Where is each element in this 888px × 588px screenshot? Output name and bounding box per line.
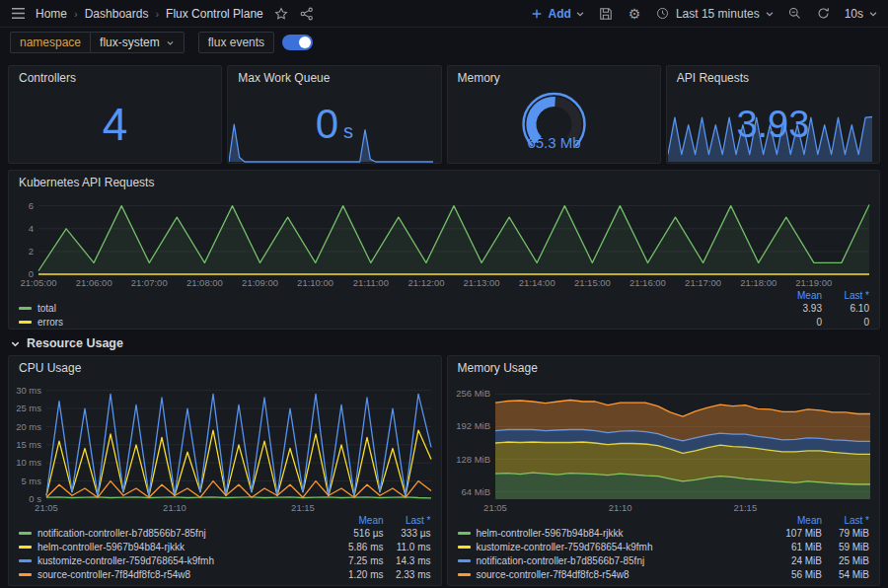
chevron-down-icon: [868, 9, 878, 19]
chevron-down-icon: [765, 9, 775, 19]
time-range-label: Last 15 minutes: [676, 7, 760, 21]
memory-usage-chart[interactable]: 64 MiB128 MiB192 MiB256 MiB21:0521:1021:…: [452, 380, 876, 514]
chevron-down-icon: [166, 38, 175, 47]
legend-last-value: 54 MiB: [822, 569, 869, 580]
dashboard-settings-gear-icon[interactable]: ⚙: [627, 6, 642, 22]
svg-text:30 ms: 30 ms: [16, 385, 41, 396]
legend-header: MeanLast *: [458, 514, 870, 526]
menu-icon[interactable]: [10, 6, 26, 22]
variable-label-namespace: namespace: [10, 32, 90, 53]
svg-text:21:14:00: 21:14:00: [519, 277, 555, 288]
legend-item[interactable]: source-controller-7f84df8fc8-r54w856 MiB…: [458, 567, 870, 581]
row-resource-usage[interactable]: Resource Usage: [8, 331, 880, 355]
svg-text:21:15: 21:15: [291, 502, 315, 513]
legend-item[interactable]: helm-controller-5967b94b84-rjkkk5.86 ms1…: [19, 540, 431, 553]
legend-mean-value: 107 MiB: [767, 528, 822, 539]
svg-text:2: 2: [29, 246, 34, 257]
legend-header: MeanLast *: [19, 289, 869, 301]
refresh-icon[interactable]: [816, 6, 832, 22]
svg-text:21:11:00: 21:11:00: [353, 277, 389, 288]
breadcrumb-current: Flux Control Plane: [166, 7, 263, 21]
legend-last-value: 333 µs: [384, 528, 431, 539]
legend-col-last[interactable]: Last *: [384, 515, 431, 526]
legend-last-value: 14.3 ms: [384, 555, 431, 566]
memory-usage-legend: MeanLast *helm-controller-5967b94b84-rjk…: [448, 514, 880, 581]
variable-label-text: namespace: [20, 36, 81, 49]
breadcrumb: Home › Dashboards › Flux Control Plane: [36, 7, 263, 21]
svg-text:21:16:00: 21:16:00: [629, 277, 666, 288]
legend-item[interactable]: notification-controller-b7d8566b7-85fnj2…: [458, 553, 870, 567]
share-icon[interactable]: [299, 6, 315, 22]
legend-header: MeanLast *: [19, 514, 431, 526]
legend-last-value: 6.10: [822, 303, 869, 314]
kubernetes-api-requests-chart[interactable]: 024621:05:0021:06:0021:07:0021:08:0021:0…: [13, 194, 875, 289]
breadcrumb-separator: ›: [155, 8, 159, 20]
legend-item[interactable]: errors00: [19, 315, 869, 329]
memory-gauge[interactable]: 65.3 Mb: [448, 90, 660, 161]
svg-text:21:06:00: 21:06:00: [76, 277, 112, 288]
series-color-dash: [458, 546, 471, 549]
legend-last-value: 0: [822, 317, 869, 328]
panel-max-work-queue: Max Work Queue 0 s: [227, 65, 441, 164]
zoom-out-icon[interactable]: [787, 6, 803, 22]
svg-text:21:15: 21:15: [733, 502, 757, 513]
legend-mean-value: 516 µs: [329, 528, 384, 539]
legend-col-mean[interactable]: Mean: [767, 515, 822, 526]
svg-text:21:10:00: 21:10:00: [297, 277, 333, 288]
controllers-stat-value: 4: [103, 102, 128, 147]
cpu-usage-chart[interactable]: 0 s5 ms10 ms15 ms20 ms25 ms30 ms21:0521:…: [13, 380, 437, 514]
legend-col-last[interactable]: Last *: [822, 515, 869, 526]
svg-text:21:05:00: 21:05:00: [21, 277, 57, 288]
panel-api-requests: API Requests 3.93: [666, 65, 880, 164]
legend-item[interactable]: helm-controller-5967b94b84-rjkkk107 MiB7…: [458, 526, 870, 540]
legend-item[interactable]: total3.936.10: [19, 301, 869, 315]
refresh-interval-label: 10s: [845, 7, 863, 21]
panel-title-max-work-queue[interactable]: Max Work Queue: [238, 71, 330, 85]
legend-last-value: 59 MiB: [822, 542, 869, 552]
breadcrumb-home[interactable]: Home: [36, 7, 67, 21]
top-nav: Home › Dashboards › Flux Control Plane A…: [0, 0, 888, 28]
save-dashboard-icon[interactable]: [598, 6, 614, 22]
series-color-dash: [458, 573, 471, 576]
refresh-interval-dropdown[interactable]: 10s: [845, 7, 878, 21]
svg-text:21:19:00: 21:19:00: [795, 277, 832, 288]
legend-mean-value: 7.25 ms: [329, 555, 384, 566]
svg-text:21:10: 21:10: [608, 502, 631, 513]
panel-title-kubernetes-api-requests[interactable]: Kubernetes API Requests: [19, 176, 154, 189]
legend-col-mean[interactable]: Mean: [329, 515, 384, 526]
toggle-knob: [299, 37, 311, 48]
panel-title-cpu-usage[interactable]: CPU Usage: [19, 361, 81, 375]
panel-title-controllers[interactable]: Controllers: [19, 71, 76, 85]
panel-title-memory[interactable]: Memory: [458, 71, 500, 85]
legend-mean-value: 56 MiB: [767, 569, 822, 580]
svg-text:256 MiB: 256 MiB: [456, 388, 490, 399]
svg-text:192 MiB: 192 MiB: [456, 420, 490, 431]
svg-text:4: 4: [29, 223, 34, 234]
add-button[interactable]: Add: [529, 6, 585, 22]
panel-kubernetes-api-requests: Kubernetes API Requests 024621:05:0021:0…: [8, 170, 880, 330]
breadcrumb-dashboards[interactable]: Dashboards: [85, 7, 149, 21]
legend-col-mean[interactable]: Mean: [767, 290, 822, 301]
legend-col-last[interactable]: Last *: [822, 290, 869, 301]
variable-namespace: namespace flux-system: [10, 32, 185, 53]
panel-title-memory-usage[interactable]: Memory Usage: [458, 361, 538, 375]
panel-controllers: Controllers 4: [8, 65, 222, 164]
legend-item[interactable]: kustomize-controller-759d768654-k9fmh7.2…: [19, 553, 431, 567]
svg-text:20 ms: 20 ms: [16, 421, 41, 432]
chevron-down-icon: [575, 9, 585, 19]
svg-text:21:15:00: 21:15:00: [574, 277, 611, 288]
svg-text:10 ms: 10 ms: [16, 457, 41, 468]
svg-text:21:05: 21:05: [483, 502, 507, 513]
flux-events-toggle[interactable]: [282, 35, 313, 50]
legend-item[interactable]: kustomize-controller-759d768654-k9fmh61 …: [458, 540, 870, 553]
variable-value-text: flux-system: [100, 36, 160, 49]
panel-title-api-requests[interactable]: API Requests: [677, 71, 749, 85]
star-icon[interactable]: [273, 6, 289, 22]
time-range-picker[interactable]: Last 15 minutes: [655, 6, 775, 22]
panel-cpu-usage: CPU Usage 0 s5 ms10 ms15 ms20 ms25 ms30 …: [8, 355, 442, 586]
variable-select-namespace[interactable]: flux-system: [90, 32, 185, 53]
svg-text:21:12:00: 21:12:00: [408, 277, 445, 288]
legend-item[interactable]: source-controller-7f84df8fc8-r54w81.20 m…: [19, 567, 431, 581]
legend-item[interactable]: notification-controller-b7d8566b7-85fnj5…: [19, 526, 431, 540]
breadcrumb-separator: ›: [74, 8, 78, 20]
